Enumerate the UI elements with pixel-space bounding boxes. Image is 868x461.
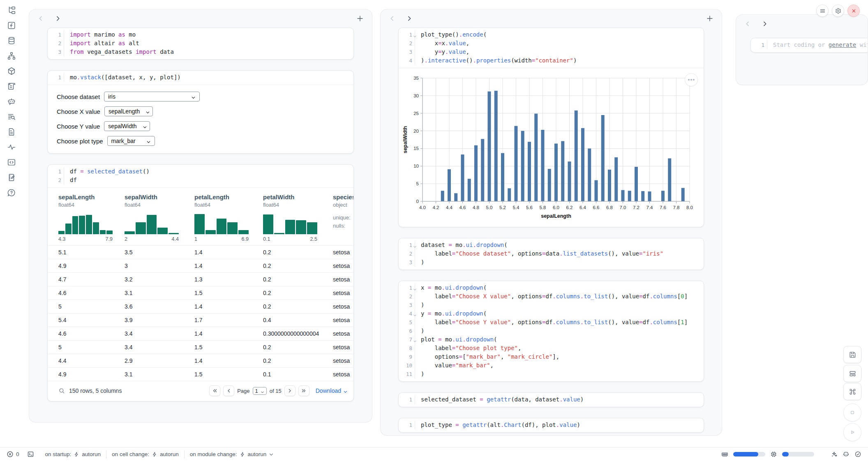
bar-chart[interactable]: 051015202530354.04.24.44.64.85.05.25.45.… bbox=[401, 72, 702, 224]
table-row[interactable]: 4.931.40.2setosa bbox=[48, 259, 353, 272]
column-histogram[interactable] bbox=[194, 213, 249, 234]
table-column-header[interactable]: speciesobjectunique:nulls: bbox=[333, 194, 353, 242]
chart-menu-button[interactable] bbox=[685, 73, 698, 86]
cell-new-empty[interactable]: 1 Start coding or generate with bbox=[750, 38, 868, 53]
database-icon[interactable] bbox=[7, 36, 16, 45]
close-button[interactable] bbox=[847, 5, 860, 17]
choose-dataset-select[interactable]: iris bbox=[104, 92, 200, 101]
code-line[interactable]: 2import altair as alt bbox=[48, 39, 353, 48]
code-line[interactable]: 4).interactive().properties(width="conta… bbox=[399, 56, 704, 65]
logs-icon[interactable] bbox=[7, 112, 16, 121]
table-row[interactable]: 4.42.91.40.2setosa bbox=[48, 354, 353, 367]
file-tree-icon[interactable] bbox=[7, 6, 16, 15]
cell-xy-plot-dropdowns[interactable]: 1x = mo.ui.dropdown(2 label="Choose X va… bbox=[398, 281, 704, 382]
cell-vstack[interactable]: 1mo.vstack([dataset, x, y, plot]) Choose… bbox=[47, 70, 354, 154]
scratchpad-icon[interactable] bbox=[7, 82, 16, 91]
table-row[interactable]: 4.63.11.50.2setosa bbox=[48, 286, 353, 300]
table-row[interactable]: 4.63.41.40.3000000000000004setosa bbox=[48, 327, 353, 340]
table-row[interactable]: 53.61.40.2setosa bbox=[48, 300, 353, 313]
choose-plot-type-select[interactable]: mark_bar bbox=[107, 136, 155, 146]
on-module-change-setting[interactable]: on module change: autorun bbox=[190, 451, 274, 457]
page-select[interactable]: 1 bbox=[253, 387, 267, 395]
column-back-icon[interactable] bbox=[744, 21, 751, 27]
column-back-icon[interactable] bbox=[37, 15, 44, 22]
column-forward-icon[interactable] bbox=[762, 21, 768, 27]
code-line[interactable]: 8 label="Choose plot type", bbox=[399, 344, 704, 353]
code-line[interactable]: 1plot_type().encode( bbox=[399, 30, 704, 39]
editor-placeholder[interactable]: Start coding or generate with bbox=[767, 41, 868, 49]
fold-chevron-icon[interactable] bbox=[413, 285, 417, 289]
code-line[interactable]: 3) bbox=[399, 301, 704, 309]
cell-plot[interactable]: 1plot_type().encode(2 x=x.value,3 y=y.va… bbox=[398, 28, 704, 227]
keyboard-shortcuts-button[interactable] bbox=[843, 383, 861, 400]
last-page-button[interactable] bbox=[298, 385, 309, 396]
table-row[interactable]: 4.93.11.50.1setosa bbox=[48, 367, 353, 381]
settings-button[interactable] bbox=[832, 5, 844, 17]
first-page-button[interactable] bbox=[209, 385, 220, 396]
ai-sparkles-icon[interactable] bbox=[831, 451, 838, 458]
code-line[interactable]: 1df = selected_dataset() bbox=[48, 167, 353, 176]
add-column-button[interactable] bbox=[356, 15, 364, 22]
dependency-graph-icon[interactable] bbox=[7, 51, 16, 60]
code-line[interactable]: 1import marimo as mo bbox=[48, 30, 353, 39]
errors-icon[interactable] bbox=[7, 451, 14, 458]
fold-chevron-icon[interactable] bbox=[413, 311, 417, 315]
add-column-button[interactable] bbox=[706, 15, 713, 22]
connection-status-icon[interactable] bbox=[854, 451, 861, 458]
next-page-button[interactable] bbox=[284, 385, 295, 396]
copilot-icon[interactable] bbox=[843, 451, 850, 458]
code-line[interactable]: 9 options=["mark_bar", "mark_circle"], bbox=[399, 353, 704, 361]
column-histogram[interactable] bbox=[125, 213, 179, 234]
table-row[interactable]: 4.73.21.30.2setosa bbox=[48, 272, 353, 286]
table-column-header[interactable]: petalWidthfloat640.12.5 bbox=[263, 194, 333, 242]
code-line[interactable]: 1x = mo.ui.dropdown( bbox=[399, 284, 704, 292]
search-icon[interactable] bbox=[58, 387, 65, 394]
code-line[interactable]: 5 label="Choose Y value", options=df.col… bbox=[399, 318, 704, 327]
snippets-icon[interactable] bbox=[7, 158, 16, 167]
table-row[interactable]: 5.13.51.40.2setosa bbox=[48, 245, 353, 259]
chat-bot-icon[interactable] bbox=[7, 97, 16, 106]
save-button[interactable] bbox=[843, 346, 861, 363]
table-row[interactable]: 53.41.50.2setosa bbox=[48, 340, 353, 354]
terminal-icon[interactable] bbox=[27, 451, 34, 458]
code-line[interactable]: 1plot_type = getattr(alt.Chart(df), plot… bbox=[399, 421, 704, 429]
column-histogram[interactable] bbox=[58, 213, 113, 234]
cell-dataframe[interactable]: 1df = selected_dataset()2df sepalLengthf… bbox=[47, 164, 354, 401]
column-forward-icon[interactable] bbox=[55, 15, 61, 22]
code-line[interactable]: 1selected_dataset = getattr(data, datase… bbox=[399, 395, 704, 404]
stop-button[interactable] bbox=[843, 403, 861, 422]
prev-page-button[interactable] bbox=[223, 385, 234, 396]
fold-chevron-icon[interactable] bbox=[413, 32, 417, 36]
table-row[interactable]: 5.43.91.70.4setosa bbox=[48, 313, 353, 327]
code-line[interactable]: 4y = mo.ui.dropdown( bbox=[399, 309, 704, 318]
table-column-header[interactable]: sepalLengthfloat644.37.9 bbox=[58, 194, 125, 242]
download-button[interactable]: Download bbox=[316, 387, 348, 394]
cell-dataset-dropdown[interactable]: 1dataset = mo.ui.dropdown(2 label="Choos… bbox=[398, 238, 704, 270]
code-line[interactable]: 3 y=y.value, bbox=[399, 48, 704, 56]
code-line[interactable]: 3) bbox=[399, 258, 704, 267]
choose-x-value-select[interactable]: sepalLength bbox=[104, 106, 153, 116]
code-line[interactable]: 2df bbox=[48, 176, 353, 184]
cell-selected-dataset[interactable]: 1selected_dataset = getattr(data, datase… bbox=[398, 392, 704, 407]
functions-icon[interactable] bbox=[7, 21, 16, 30]
choose-y-value-select[interactable]: sepalWidth bbox=[104, 121, 150, 131]
on-cell-change-setting[interactable]: on cell change: autorun bbox=[112, 451, 179, 457]
package-icon[interactable] bbox=[7, 67, 16, 76]
code-line[interactable]: 3from vega_datasets import data bbox=[48, 48, 353, 56]
table-column-header[interactable]: sepalWidthfloat6424.4 bbox=[125, 194, 194, 242]
run-button[interactable] bbox=[843, 423, 861, 441]
code-line[interactable]: 11) bbox=[399, 370, 704, 378]
documentation-icon[interactable] bbox=[7, 127, 16, 136]
cell-imports[interactable]: 1import marimo as mo2import altair as al… bbox=[47, 28, 354, 60]
code-line[interactable]: 1mo.vstack([dataset, x, y, plot]) bbox=[48, 73, 353, 82]
column-back-icon[interactable] bbox=[389, 15, 395, 22]
table-column-header[interactable]: petalLengthfloat6416.9 bbox=[194, 194, 263, 242]
cell-plot-type[interactable]: 1plot_type = getattr(alt.Chart(df), plot… bbox=[398, 418, 704, 433]
code-line[interactable]: 2 x=x.value, bbox=[399, 39, 704, 48]
on-startup-setting[interactable]: on startup: autorun bbox=[45, 451, 101, 457]
generate-with-ai-link[interactable]: generate bbox=[829, 41, 856, 48]
layout-toggle-button[interactable] bbox=[843, 365, 861, 382]
code-line[interactable]: 1dataset = mo.ui.dropdown( bbox=[399, 241, 704, 249]
code-line[interactable]: 2 label="Choose X value", options=df.col… bbox=[399, 292, 704, 301]
code-line[interactable]: 10 value="mark_bar", bbox=[399, 361, 704, 370]
